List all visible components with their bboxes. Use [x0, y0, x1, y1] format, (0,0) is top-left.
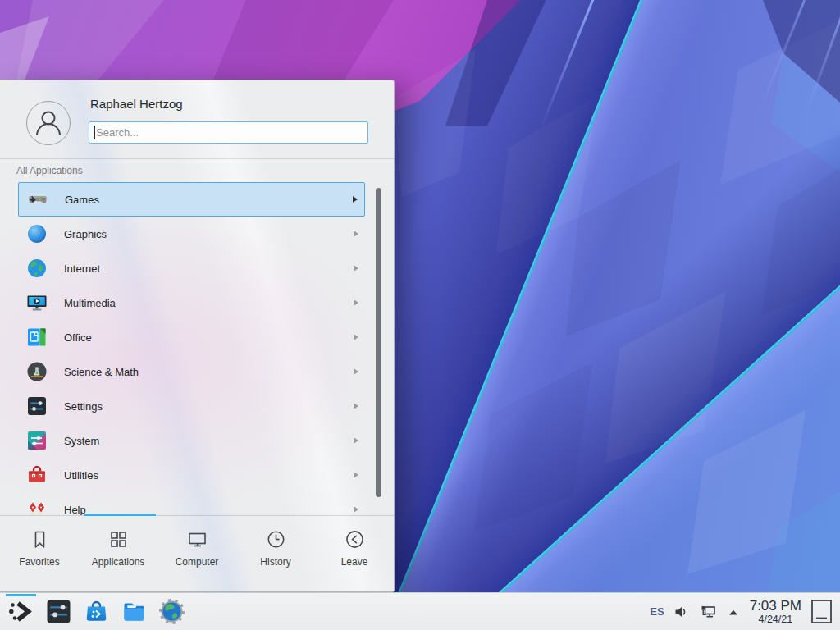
leave-icon [344, 528, 366, 550]
submenu-arrow-icon [354, 334, 358, 340]
tab-applications[interactable]: Applications [79, 516, 158, 592]
category-item-system[interactable]: System [18, 423, 365, 458]
application-category-list: Games Graphics [0, 182, 395, 515]
submenu-arrow-icon [354, 368, 358, 375]
taskbar-launcher-button[interactable] [7, 598, 34, 625]
grid-icon [107, 528, 130, 550]
list-scrollbar[interactable] [376, 188, 381, 497]
bookmark-icon [29, 528, 51, 550]
clock-time: 7:03 PM [750, 598, 801, 614]
category-label: Utilities [64, 469, 98, 482]
category-label: Science & Math [64, 366, 139, 378]
taskbar-file-manager-button[interactable] [121, 598, 148, 625]
tab-history[interactable]: History [236, 516, 315, 592]
active-task-indicator [6, 594, 36, 596]
category-item-science-math[interactable]: Science & Math [18, 354, 365, 389]
show-desktop-button[interactable] [810, 598, 833, 625]
flask-icon [26, 361, 48, 382]
sliders-icon [26, 395, 48, 417]
user-name: Raphael Hertzog [90, 97, 183, 111]
category-item-utilities[interactable]: Utilities [18, 458, 365, 492]
tab-favorites[interactable]: Favorites [0, 516, 79, 592]
taskbar: ES 7:03 PM 4/24/21 [0, 592, 840, 630]
search-box[interactable] [89, 121, 368, 144]
keyboard-layout-indicator[interactable]: ES [650, 605, 664, 618]
category-label: Help [64, 504, 86, 516]
submenu-arrow-icon [354, 403, 358, 409]
taskbar-discover-button[interactable] [83, 598, 110, 625]
sphere-icon [26, 223, 48, 244]
section-label: All Applications [16, 165, 83, 176]
globe-gear-icon [158, 598, 185, 625]
category-label: System [64, 435, 99, 447]
folder-icon [121, 598, 148, 625]
submenu-arrow-icon [354, 265, 358, 272]
system-sliders-icon [26, 430, 48, 451]
clock-date: 4/24/21 [750, 614, 801, 625]
taskbar-web-browser-button[interactable] [158, 598, 185, 625]
user-avatar[interactable] [26, 101, 71, 145]
category-item-games[interactable]: Games [18, 182, 365, 217]
submenu-arrow-icon [354, 231, 358, 237]
category-label: Office [64, 331, 92, 344]
volume-icon[interactable] [673, 604, 690, 620]
category-item-help[interactable]: Help [18, 492, 365, 515]
category-item-internet[interactable]: Internet [18, 251, 365, 285]
category-label: Settings [64, 400, 103, 413]
category-label: Graphics [64, 228, 107, 240]
submenu-arrow-icon [354, 506, 358, 513]
clock-icon [265, 528, 287, 550]
tab-label: Computer [176, 556, 219, 568]
search-input[interactable] [89, 122, 368, 143]
header-separator [0, 158, 395, 159]
tray-expander-caret-icon[interactable] [726, 605, 741, 619]
taskbar-system-settings-button[interactable] [45, 598, 72, 625]
category-item-multimedia[interactable]: Multimedia [18, 285, 365, 320]
tab-leave[interactable]: Leave [315, 516, 394, 592]
toolbox-icon [26, 464, 48, 486]
submenu-arrow-icon [354, 299, 358, 306]
launcher-tabbar: Favorites Applications [0, 516, 395, 592]
monitor-play-icon [26, 292, 48, 313]
category-item-graphics[interactable]: Graphics [18, 217, 365, 251]
help-icon [26, 499, 48, 515]
kde-launcher-icon [7, 598, 34, 625]
computer-icon [186, 528, 208, 550]
system-settings-icon [45, 598, 72, 625]
tab-label: History [260, 556, 290, 568]
system-tray: ES 7:03 PM 4/24/21 [650, 598, 833, 625]
globe-icon [26, 258, 48, 279]
category-label: Games [65, 194, 99, 206]
submenu-arrow-icon [354, 472, 358, 478]
submenu-arrow-icon [354, 437, 358, 444]
tab-label: Leave [341, 556, 368, 568]
category-label: Multimedia [64, 297, 116, 309]
category-item-settings[interactable]: Settings [18, 389, 365, 423]
network-icon[interactable] [699, 604, 717, 620]
clock[interactable]: 7:03 PM 4/24/21 [750, 598, 801, 625]
tab-computer[interactable]: Computer [158, 516, 236, 592]
application-launcher-popup: Raphael Hertzog All Applications [0, 80, 395, 592]
submenu-arrow-icon [353, 196, 358, 203]
document-icon [26, 326, 48, 348]
category-label: Internet [64, 262, 100, 275]
tab-label: Applications [92, 556, 145, 568]
tab-label: Favorites [19, 556, 59, 568]
gamepad-icon [27, 189, 48, 210]
category-item-office[interactable]: Office [18, 320, 365, 354]
discover-icon [83, 598, 110, 625]
